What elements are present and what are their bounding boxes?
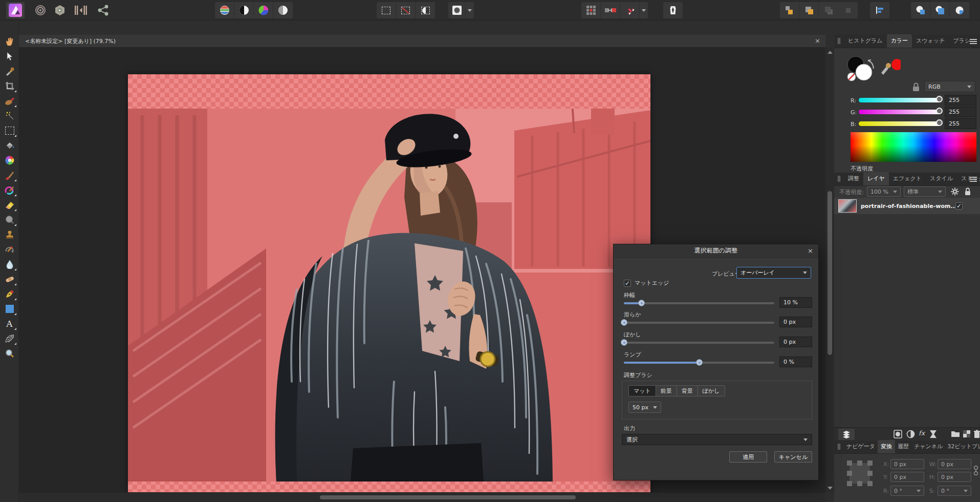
move-tool[interactable] [2,49,17,63]
border-width-value[interactable]: 10 % [779,297,812,308]
scroll-up-icon[interactable] [827,51,833,54]
transform-h-field[interactable]: 0 px [938,472,971,482]
alignment-button[interactable] [870,2,889,18]
adjustment-layer-icon[interactable] [906,430,915,438]
tab-adjustment[interactable]: 調整 [844,172,863,185]
channel-g-thumb[interactable] [936,108,943,114]
photo-persona-button[interactable] [6,2,25,18]
transform-anchor-widget[interactable] [845,459,874,488]
crop-tool[interactable] [2,79,17,93]
transform-x-field[interactable]: 0 px [890,459,924,469]
transform-y-field[interactable]: 0 px [890,472,924,482]
layer-row[interactable]: portrair-of-fashionable-wom... [834,198,980,214]
smooth-value[interactable]: 0 px [779,317,812,327]
geometry-intersect-button[interactable] [950,2,969,18]
smudge-tool[interactable] [2,242,17,256]
transform-s-field[interactable]: 0 ° [938,486,971,496]
tab-layers[interactable]: レイヤ [863,172,889,185]
layer-visibility-checkbox[interactable] [955,202,963,210]
snapping-button[interactable] [620,2,640,18]
ramp-slider[interactable] [624,359,774,366]
transform-w-field[interactable]: 0 px [938,459,971,469]
document-tabbar[interactable]: <名称未設定> [変更あり] (79.7%) × [19,35,825,48]
brush-mode-background[interactable]: 背景 [677,385,698,396]
zoom-tool[interactable] [2,346,17,360]
selection-brush-tool[interactable] [2,94,17,108]
move-by-whole-pixels-button[interactable] [601,2,620,18]
erase-tool[interactable] [2,198,17,212]
select-all-button[interactable] [377,2,396,18]
develop-persona-button[interactable] [51,2,69,18]
color-panel-menu-icon[interactable] [970,39,977,44]
tab-32bit-preview[interactable]: 32ビットプレビュー [945,440,980,453]
scroll-down-icon[interactable] [827,487,833,490]
color-swatches[interactable] [844,55,901,82]
assistant-button[interactable] [663,2,683,18]
gradient-tool[interactable] [2,153,17,167]
move-backward-button[interactable] [819,2,838,18]
layer-stack-button[interactable] [838,429,855,440]
grid-button[interactable] [581,2,601,18]
channel-r-slider[interactable] [859,98,941,102]
panel-grip[interactable] [838,444,841,453]
lock-icon[interactable] [912,82,920,92]
auto-white-balance-button[interactable] [273,2,293,18]
clone-tool[interactable] [2,227,17,241]
matte-edge-row[interactable]: マットエッジ [624,279,669,287]
panel-grip[interactable] [838,38,841,48]
color-replacement-brush-tool[interactable] [2,183,17,197]
invert-selection-button[interactable] [416,2,435,18]
flood-select-tool[interactable] [2,109,17,122]
ramp-value[interactable]: 0 % [779,357,812,367]
brush-size-select[interactable]: 50 px [628,402,661,413]
quick-mask-dropdown[interactable] [466,2,474,18]
delete-layer-trash-icon[interactable] [973,430,980,438]
smooth-slider[interactable] [624,319,774,326]
export-persona-button[interactable] [94,2,113,18]
channel-b-value[interactable]: 255 [945,118,976,129]
brush-mode-foreground[interactable]: 前景 [656,385,677,396]
live-filter-fx-icon[interactable]: fx [919,429,925,437]
panel-grip[interactable] [838,176,841,185]
tab-navigator[interactable]: ナビゲータ [844,440,878,453]
geometry-add-button[interactable] [911,2,930,18]
auto-levels-button[interactable] [215,2,234,18]
link-dimensions-icon[interactable] [973,465,978,476]
channel-g-value[interactable]: 255 [945,107,976,117]
mesh-warp-tool[interactable] [2,331,17,345]
channel-g-slider[interactable] [859,110,941,114]
tab-effects[interactable]: エフェクト [889,172,926,185]
tab-styles[interactable]: スタイル [926,172,957,185]
group-folder-icon[interactable] [951,430,960,437]
mask-layer-icon[interactable] [894,430,902,438]
liquify-persona-button[interactable] [32,2,49,18]
marquee-tool[interactable] [2,123,17,137]
move-to-front-button[interactable] [780,2,799,18]
blend-mode-select[interactable]: 標準 [904,186,946,197]
preview-select[interactable]: オーバーレイ [736,267,811,279]
feather-slider[interactable] [624,339,774,346]
photo-document[interactable] [128,74,650,492]
channel-b-slider[interactable] [859,121,941,126]
new-layer-icon[interactable] [963,430,970,437]
tab-history[interactable]: 履歴 [895,440,911,453]
dialog-titlebar[interactable]: 選択範囲の調整 × [614,244,818,258]
channel-b-thumb[interactable] [936,119,943,126]
transform-r-field[interactable]: 0 ° [890,486,924,496]
tab-swatches[interactable]: スウォッチ [912,34,949,48]
brush-mode-matte[interactable]: マット [628,385,656,396]
layers-opacity-select[interactable]: 100 % [867,186,901,197]
vertical-scrollbar-thumb[interactable] [827,191,832,355]
vertical-scrollbar[interactable] [825,48,834,493]
pen-tool[interactable] [2,287,17,301]
dialog-close-icon[interactable]: × [808,247,813,255]
cancel-button[interactable]: キャンセル [774,451,812,463]
auto-contrast-button[interactable] [234,2,254,18]
flood-fill-tool[interactable] [2,138,17,152]
layer-thumbnail[interactable] [838,199,857,213]
text-tool[interactable]: A [2,317,17,330]
deselect-button[interactable] [396,2,416,18]
quick-mask-button[interactable] [448,2,466,18]
blur-tool[interactable] [2,257,17,271]
apply-button[interactable]: 適用 [729,451,767,463]
